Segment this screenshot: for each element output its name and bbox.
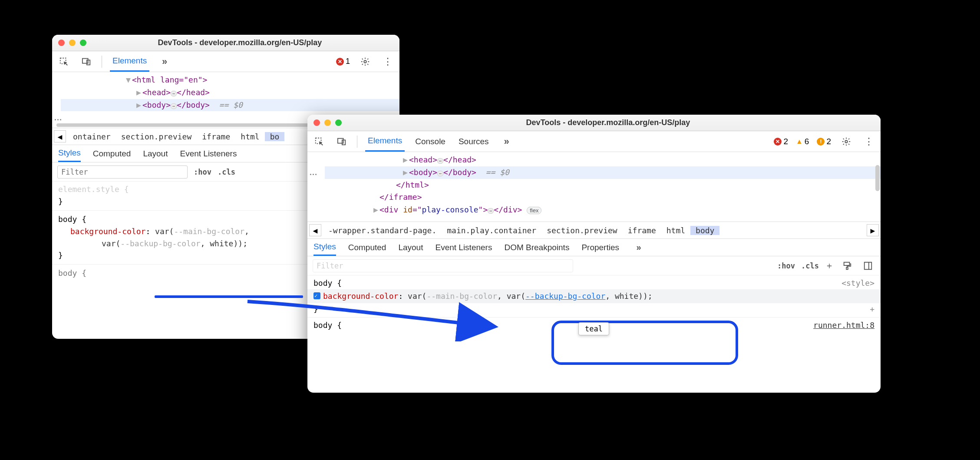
tab-elements[interactable]: Elements (365, 131, 405, 152)
more-tabs-icon[interactable]: » (157, 54, 172, 69)
settings-icon[interactable] (839, 134, 854, 149)
tab-elements[interactable]: Elements (110, 51, 149, 72)
css-declaration-highlighted[interactable]: background-color: var(--main-bg-color, v… (307, 289, 881, 303)
crumb-item[interactable]: iframe (623, 226, 661, 235)
crumb-item[interactable]: main.play.container (442, 226, 541, 235)
warning-count-badge[interactable]: ▲6 (796, 137, 809, 146)
styles-filter-input[interactable] (57, 165, 188, 179)
crumb-scroll-right-icon[interactable]: ▶ (867, 224, 879, 236)
dom-node-div[interactable]: ▶<div id="play-console">⋯</div> flex (325, 204, 881, 216)
crumb-item-selected[interactable]: bo (265, 132, 285, 141)
subtab-layout[interactable]: Layout (398, 239, 423, 256)
css-source-ref[interactable]: <style> (841, 277, 874, 289)
message-count-badge[interactable]: !2 (817, 137, 831, 146)
subtab-styles[interactable]: Styles (58, 145, 81, 162)
dom-node-iframe-close[interactable]: </iframe> (325, 191, 881, 204)
property-enabled-checkbox[interactable] (313, 292, 320, 299)
traffic-lights[interactable] (58, 40, 86, 46)
add-declaration-icon[interactable]: + (870, 303, 874, 315)
crumb-item[interactable]: section.preview (541, 226, 623, 235)
titlebar[interactable]: DevTools - developer.mozilla.org/en-US/p… (52, 35, 399, 51)
crumb-item[interactable]: iframe (197, 132, 235, 141)
paint-icon[interactable] (840, 258, 855, 273)
styles-filter-input[interactable] (313, 259, 573, 272)
ellipsis-icon[interactable]: ⋯ (437, 158, 443, 164)
force-state-button[interactable]: :hov (194, 168, 211, 176)
subtab-event-listeners[interactable]: Event Listeners (435, 239, 492, 256)
menu-icon[interactable]: ⋮ (861, 134, 876, 149)
zoom-icon[interactable] (80, 40, 86, 46)
svg-point-9 (845, 140, 848, 143)
dom-node-head[interactable]: ▶<head>⋯</head> (61, 86, 399, 99)
css-variable-link[interactable]: --backup-bg-color (525, 291, 605, 301)
traffic-lights[interactable] (313, 119, 342, 126)
svg-rect-11 (846, 267, 848, 269)
more-subtabs-icon[interactable]: » (631, 240, 646, 255)
ellipsis-icon[interactable]: ⋯ (488, 208, 494, 214)
new-style-rule-icon[interactable]: ＋ (825, 260, 834, 271)
css-source-link[interactable]: runner.html:8 (813, 319, 874, 331)
zoom-icon[interactable] (335, 119, 342, 126)
subtab-layout[interactable]: Layout (143, 145, 168, 162)
dom-node-html[interactable]: ▼<html lang="en"> (61, 74, 399, 86)
vertical-scrollbar[interactable] (875, 165, 880, 191)
dom-node-body-selected[interactable]: ▶<body>⋯</body> == $0 (61, 99, 399, 112)
crumb-item[interactable]: -wrapper.standard-page. (323, 226, 442, 235)
tab-console[interactable]: Console (412, 131, 448, 152)
devtools-tabstrip: Elements » ✕ 1 ⋮ (52, 51, 399, 72)
styles-subtabs: Styles Computed Layout Event Listeners D… (307, 239, 881, 256)
message-icon: ! (817, 138, 825, 146)
breadcrumb[interactable]: ◀ -wrapper.standard-page. main.play.cont… (307, 222, 881, 239)
device-toolbar-icon[interactable] (334, 134, 349, 149)
more-tabs-icon[interactable]: » (499, 134, 514, 149)
selected-node-indicator: == $0 (219, 100, 243, 109)
subtab-dom-breakpoints[interactable]: DOM Breakpoints (504, 239, 569, 256)
computed-panel-toggle-icon[interactable] (861, 258, 875, 273)
classes-button[interactable]: .cls (218, 168, 235, 176)
svg-rect-10 (844, 262, 850, 265)
crumb-item[interactable]: html (661, 226, 690, 235)
ellipsis-icon[interactable]: ⋯ (437, 171, 443, 176)
force-state-button[interactable]: :hov (777, 261, 795, 270)
flex-badge[interactable]: flex (527, 207, 541, 214)
subtab-event-listeners[interactable]: Event Listeners (180, 145, 237, 162)
classes-button[interactable]: .cls (801, 261, 819, 270)
close-icon[interactable] (58, 40, 65, 46)
settings-icon[interactable] (358, 54, 373, 69)
inspect-icon[interactable] (56, 54, 71, 69)
dom-node-head[interactable]: ▶<head>⋯</head> (325, 154, 881, 166)
dom-node-body-selected[interactable]: ▶<body>⋯</body> == $0 (325, 166, 881, 179)
separator (102, 56, 102, 68)
crumb-item-selected[interactable]: body (690, 226, 719, 235)
titlebar[interactable]: DevTools - developer.mozilla.org/en-US/p… (307, 115, 881, 131)
subtab-properties[interactable]: Properties (581, 239, 619, 256)
dom-node-html-close[interactable]: </html> (325, 179, 881, 192)
crumb-item[interactable]: section.preview (116, 132, 197, 141)
menu-icon[interactable]: ⋮ (380, 54, 395, 69)
crumb-scroll-left-icon[interactable]: ◀ (309, 224, 321, 236)
dom-tree[interactable]: … ▶<head>⋯</head> ▶<body>⋯</body> == $0 … (307, 152, 881, 222)
crumb-item[interactable]: html (235, 132, 264, 141)
error-count-badge[interactable]: ✕ 1 (336, 57, 350, 66)
css-rule-selector[interactable]: body { <style> (313, 277, 874, 289)
annotation-underline (155, 295, 303, 298)
ellipsis-icon[interactable]: ⋯ (171, 103, 177, 109)
subtab-computed[interactable]: Computed (93, 145, 131, 162)
close-icon[interactable] (313, 119, 320, 126)
ellipsis-icon[interactable]: ⋯ (171, 91, 177, 96)
subtab-computed[interactable]: Computed (348, 239, 386, 256)
error-icon: ✕ (336, 58, 344, 66)
css-var-tooltip: teal (578, 322, 609, 335)
minimize-icon[interactable] (69, 40, 76, 46)
crumb-item[interactable]: ontainer (68, 132, 116, 141)
subtab-styles[interactable]: Styles (313, 239, 336, 256)
styles-filter-bar: :hov .cls ＋ (307, 256, 881, 275)
crumb-scroll-left-icon[interactable]: ◀ (54, 130, 66, 142)
error-count-badge[interactable]: ✕2 (774, 137, 788, 146)
warning-icon: ▲ (796, 138, 803, 146)
selected-node-indicator: == $0 (486, 168, 509, 177)
minimize-icon[interactable] (324, 119, 331, 126)
inspect-icon[interactable] (312, 134, 327, 149)
tab-sources[interactable]: Sources (456, 131, 492, 152)
device-toolbar-icon[interactable] (79, 54, 94, 69)
